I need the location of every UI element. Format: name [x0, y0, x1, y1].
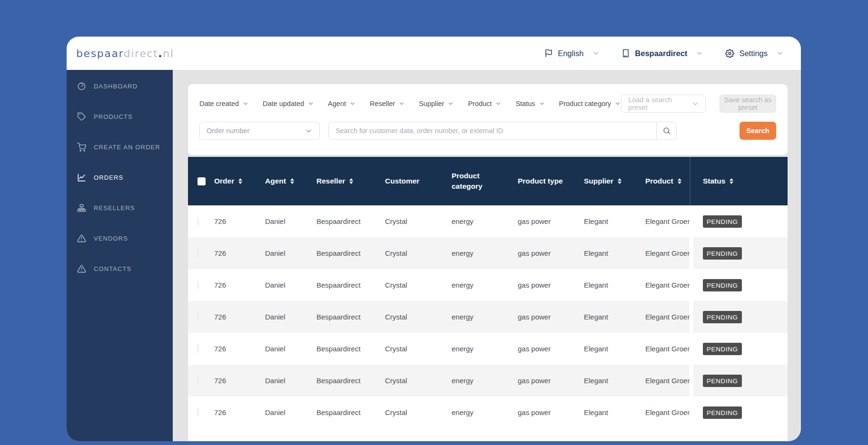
sidebar-item-label: RESELLERS — [94, 204, 135, 212]
filter-row-bottom: Order number Search — [199, 122, 776, 140]
cell-supplier: Elegant — [584, 249, 645, 257]
cell-status: PENDING — [693, 375, 788, 387]
chevron-down-icon — [447, 100, 454, 107]
filter-chip-product[interactable]: Product — [468, 100, 502, 107]
header-cell-order[interactable]: Order — [214, 176, 265, 186]
filter-chip-date-created[interactable]: Date created — [199, 100, 249, 107]
table-row[interactable]: 726 Daniel Bespaardirect Crystal energy … — [188, 333, 788, 365]
sort-icon[interactable] — [618, 178, 621, 184]
language-dropdown[interactable]: English — [544, 49, 600, 58]
sidebar-item-contacts[interactable]: CONTACTS — [67, 253, 173, 284]
table-row[interactable]: 726 Daniel Bespaardirect Crystal energy … — [188, 301, 788, 333]
table-row[interactable]: 726 Daniel Bespaardirect Crystal energy … — [188, 205, 788, 237]
cell-customer: Crystal — [385, 249, 452, 257]
table-row[interactable]: 726 Daniel Bespaardirect Crystal energy … — [188, 397, 788, 428]
cell-agent: Daniel — [265, 249, 316, 257]
sidebar-item-label: ORDERS — [94, 174, 123, 181]
cell-reseller: Bespaardirect — [316, 345, 385, 353]
select-all-checkbox[interactable] — [197, 177, 206, 185]
filter-chip-reseller[interactable]: Reseller — [370, 100, 405, 107]
filter-chip-product-category[interactable]: Product category — [559, 100, 621, 107]
filter-chip-label: Reseller — [370, 100, 395, 107]
order-number-select[interactable]: Order number — [199, 122, 320, 140]
table-row[interactable]: 726 Daniel Bespaardirect Crystal energy … — [188, 237, 788, 269]
header-cell-agent[interactable]: Agent — [265, 176, 316, 186]
cell-checkbox — [188, 377, 214, 385]
load-search-preset-select[interactable]: Load a search preset — [621, 95, 706, 113]
header-cell-status[interactable]: Status — [693, 176, 788, 186]
filter-chip-label: Supplier — [419, 100, 444, 107]
sidebar-item-label: CREATE AN ORDER — [94, 144, 160, 151]
cell-customer: Crystal — [385, 377, 452, 385]
header-cell-supplier[interactable]: Supplier — [584, 176, 645, 186]
sidebar-item-vendors[interactable]: VENDORS — [67, 223, 173, 253]
cell-reseller: Bespaardirect — [316, 217, 385, 225]
sidebar-item-dashboard[interactable]: DASHBOARD — [67, 71, 173, 101]
search-icon-button[interactable] — [656, 122, 676, 139]
cell-agent: Daniel — [265, 217, 316, 225]
sort-icon[interactable] — [678, 178, 681, 184]
sidebar-item-create-an-order[interactable]: CREATE AN ORDER — [67, 132, 173, 162]
sidebar-item-label: DASHBOARD — [94, 83, 138, 90]
cell-customer: Crystal — [385, 345, 452, 353]
header-label: Supplier — [584, 176, 613, 186]
search-input[interactable] — [329, 122, 656, 139]
cell-product-type: gas power — [518, 249, 584, 257]
row-checkbox[interactable] — [197, 249, 198, 257]
header-cell-product[interactable]: Product — [645, 176, 690, 186]
organization-dropdown[interactable]: Bespaardirect — [621, 49, 703, 58]
sidebar-item-orders[interactable]: ORDERS — [67, 162, 173, 193]
row-checkbox[interactable] — [197, 313, 198, 321]
row-checkbox[interactable] — [197, 408, 198, 416]
row-checkbox[interactable] — [197, 345, 198, 353]
row-checkbox[interactable] — [197, 377, 198, 385]
sidebar-item-label: VENDORS — [94, 235, 128, 242]
cell-status: PENDING — [693, 247, 788, 260]
sticky-column-gap — [690, 205, 693, 237]
header-cell-reseller[interactable]: Reseller — [316, 176, 385, 186]
cell-status: PENDING — [693, 406, 788, 419]
sidebar-item-products[interactable]: PRODUCTS — [67, 101, 173, 132]
sort-icon[interactable] — [349, 178, 353, 184]
sidebar-item-resellers[interactable]: RESELLERS — [67, 193, 173, 223]
header-label: Customer — [385, 176, 419, 186]
sort-icon[interactable] — [730, 178, 733, 184]
sticky-column-gap — [690, 237, 693, 269]
header-label: Product category — [452, 171, 502, 192]
filter-chip-label: Agent — [328, 100, 346, 107]
header-cell-customer: Customer — [385, 176, 452, 186]
cell-product: Elegant Groen — [645, 249, 690, 257]
row-checkbox[interactable] — [197, 281, 198, 289]
filter-chip-agent[interactable]: Agent — [328, 100, 356, 107]
header-cell-checkbox — [188, 177, 214, 185]
chevron-down-icon — [539, 100, 545, 107]
table-row[interactable]: 726 Daniel Bespaardirect Crystal energy … — [188, 365, 788, 397]
cell-status: PENDING — [693, 311, 788, 323]
header-label: Order — [214, 176, 234, 186]
chevron-down-icon — [242, 100, 249, 107]
filter-chip-date-updated[interactable]: Date updated — [263, 100, 314, 107]
header-label: Product — [645, 176, 673, 186]
cell-checkbox — [188, 313, 214, 321]
sticky-column-gap — [690, 365, 693, 397]
orders-table: Order Agent Reseller Customer Product ca… — [188, 157, 788, 441]
sort-icon[interactable] — [290, 178, 294, 184]
table-header-row: Order Agent Reseller Customer Product ca… — [188, 157, 788, 205]
sort-icon[interactable] — [238, 178, 242, 184]
logo-part-direct: direct — [124, 48, 158, 59]
save-search-preset-button[interactable]: Save search as preset — [720, 95, 776, 113]
search-button[interactable]: Search — [740, 122, 776, 140]
table-row[interactable]: 726 Daniel Bespaardirect Crystal energy … — [188, 269, 788, 301]
header-label: Status — [703, 176, 725, 186]
sticky-column-gap — [690, 397, 693, 428]
filter-chip-supplier[interactable]: Supplier — [419, 100, 454, 107]
cell-status: PENDING — [693, 215, 788, 228]
row-checkbox[interactable] — [197, 217, 198, 225]
cell-product-category: energy — [452, 217, 518, 225]
settings-dropdown[interactable]: Settings — [725, 49, 784, 58]
topbar: bespaardirect.nl English Bespaardirect S… — [67, 37, 801, 70]
filter-chip-status[interactable]: Status — [515, 100, 545, 107]
cell-agent: Daniel — [265, 408, 316, 416]
header-cell-product-type: Product type — [518, 176, 584, 186]
flag-icon — [544, 49, 553, 58]
